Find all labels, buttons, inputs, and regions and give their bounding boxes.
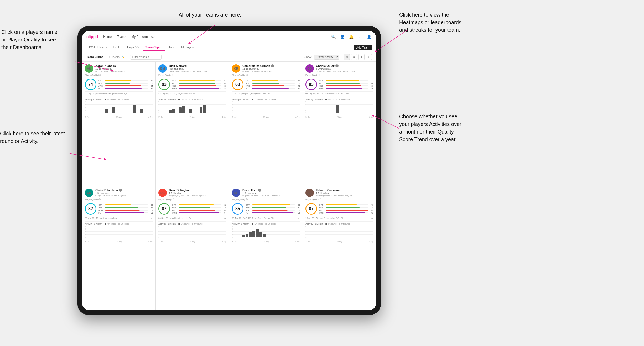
latest-round[interactable]: 26 Aug 23 | 84 (+12), Royal North Devon … xyxy=(232,216,300,220)
ott-stat: OTT 73 xyxy=(319,204,373,206)
filter-button[interactable]: ▼ xyxy=(358,54,365,60)
quality-circle[interactable]: 74 xyxy=(85,79,96,90)
quality-section[interactable]: 74 OTT 60 APP 58 ARG 84 PUT xyxy=(85,79,153,90)
latest-round[interactable]: 04 Sep 23 | Mobility with coach, Gym → xyxy=(158,216,226,220)
tab-hcaps[interactable]: Hcaps 1-5 xyxy=(123,44,142,51)
player-header: BM Blair McHarg Plus Handicap Royal Nort… xyxy=(158,64,226,73)
activity-title: Activity · 1 Month xyxy=(158,98,176,101)
quality-circle[interactable]: 83 xyxy=(305,79,317,90)
round-arrow-icon[interactable]: → xyxy=(297,92,300,95)
player-name[interactable]: Edward Crossman xyxy=(316,189,373,192)
profile-icon[interactable]: 👤 xyxy=(339,34,345,40)
activity-header: Activity · 1 Month On course Off course xyxy=(158,223,226,225)
player-card[interactable]: CR Chris Robertson✓ 1-5 Handicap Craigmi… xyxy=(82,186,155,310)
quality-section[interactable]: 93 OTT 84 APP 85 ARG 88 PUT xyxy=(158,79,226,90)
quality-circle[interactable]: 68 xyxy=(232,79,243,90)
player-name[interactable]: Blair McHarg xyxy=(169,64,226,67)
user-avatar-icon[interactable]: 👤 xyxy=(366,34,372,40)
chart-bars xyxy=(85,226,153,240)
putt-stat: PUTT 92 xyxy=(319,212,373,214)
tab-team-clippd[interactable]: Team Clippd xyxy=(143,44,165,51)
quality-section[interactable]: 87 OTT 82 APP 74 ARG 85 PUT xyxy=(158,203,226,215)
latest-round[interactable]: 26 Aug 23 | 73 (+1), Royal North Devon G… xyxy=(158,91,226,96)
round-arrow-icon[interactable]: → xyxy=(150,217,153,220)
latest-round[interactable]: 02 Sep 23 | Sunset round to get back int… xyxy=(85,91,153,96)
quality-label: Player Quality ⓘ xyxy=(85,74,153,77)
quality-section[interactable]: 85 OTT 89 APP 80 ARG 83 PUT xyxy=(232,203,300,215)
player-card[interactable]: DB Dave Billingham 1-5 Handicap Sog Magi… xyxy=(156,186,229,310)
quality-circle[interactable]: 93 xyxy=(158,79,170,90)
tab-tour[interactable]: Tour xyxy=(166,44,177,51)
latest-round[interactable]: 07 Aug 23 | 77 (+7), St George's Hill GC… xyxy=(305,91,373,96)
player-card[interactable]: BM Blair McHarg Plus Handicap Royal Nort… xyxy=(156,62,229,186)
quality-circle[interactable]: 85 xyxy=(232,203,243,215)
notifications-icon[interactable]: 🔔 xyxy=(348,34,354,40)
latest-round[interactable]: 02 Jul 23 | 59 (+17), Craigmillar Park G… xyxy=(232,91,300,96)
player-handicap: 6-10 Handicap xyxy=(316,67,373,70)
nav-teams[interactable]: Teams xyxy=(117,35,126,39)
tab-all-players[interactable]: All Players xyxy=(178,44,197,51)
nav-home[interactable]: Home xyxy=(103,35,112,39)
add-team-button[interactable]: Add Team xyxy=(354,45,372,50)
quality-circle[interactable]: 82 xyxy=(85,203,96,215)
chart-container: 54321 xyxy=(85,226,153,240)
quality-section[interactable]: 82 OTT 60 APP 77 ARG 81 PUT xyxy=(85,203,153,215)
off-course-dot xyxy=(192,223,193,225)
chart-x-labels: 31 Jul21 Aug4 Sep xyxy=(85,241,153,242)
sort-button[interactable]: ↕ xyxy=(366,54,372,60)
quality-section[interactable]: 83 OTT 77 APP 80 ARG 83 PUT xyxy=(305,79,373,90)
player-name[interactable]: Chris Robertson✓ xyxy=(95,189,153,192)
round-arrow-icon[interactable]: → xyxy=(224,92,226,95)
tab-pgat-players[interactable]: PGAT Players xyxy=(86,44,110,51)
off-course-legend: Off course xyxy=(268,223,276,225)
team-header: Team Clippd | 14 Players ✏️ Show: Player… xyxy=(82,52,376,62)
round-arrow-icon[interactable]: → xyxy=(224,217,226,220)
player-name[interactable]: Aaron Nicholls xyxy=(95,64,153,67)
on-course-dot xyxy=(178,99,180,100)
round-arrow-icon[interactable]: → xyxy=(371,92,373,95)
player-club: Craigmillar Park, United Kingdom xyxy=(95,194,153,197)
settings-icon[interactable]: ⊕ xyxy=(357,34,363,40)
show-select[interactable]: Player Activity xyxy=(314,55,339,60)
player-name[interactable]: Dave Billingham xyxy=(169,189,226,192)
player-handicap: 1-5 Handicap xyxy=(316,192,373,194)
table-view-button[interactable]: ≡ xyxy=(351,54,357,60)
activity-title: Activity · 1 Month xyxy=(85,98,102,101)
player-name[interactable]: Charlie Quick✓ xyxy=(316,64,373,67)
avatar: CR xyxy=(232,64,240,73)
ipad-frame: clippd Home Teams My Performance 🔍 👤 🔔 ⊕… xyxy=(77,26,381,315)
player-name[interactable]: Cameron Robertson✓ xyxy=(242,64,300,67)
tab-pga[interactable]: PGA xyxy=(111,44,122,51)
round-arrow-icon[interactable]: → xyxy=(150,92,153,95)
on-course-legend: On course xyxy=(328,99,336,100)
player-card[interactable]: CR Cameron Robertson✓ 11-15 Handicap Roy… xyxy=(229,62,303,186)
round-arrow-icon[interactable]: → xyxy=(371,217,373,220)
quality-stats: OTT 60 APP 77 ARG 81 PUTT 91 xyxy=(98,204,153,214)
nav-icons: 🔍 👤 🔔 ⊕ 👤 xyxy=(330,34,372,40)
player-search-input[interactable] xyxy=(130,55,162,60)
player-header: CR Cameron Robertson✓ 11-15 Handicap Roy… xyxy=(232,64,300,73)
player-card[interactable]: DF David Ford✓ 1-5 Handicap Royal North … xyxy=(229,186,303,310)
on-course-legend: On course xyxy=(328,223,336,225)
latest-round[interactable]: 05 Mar 23 | 19, Must make putting → xyxy=(85,216,153,220)
grid-view-button[interactable]: ⊞ xyxy=(344,54,350,60)
quality-circle[interactable]: 87 xyxy=(158,203,170,215)
nav-performance[interactable]: My Performance xyxy=(132,35,155,39)
ott-stat: OTT 61 xyxy=(246,79,300,82)
player-card[interactable]: CQ Charlie Quick✓ 6-10 Handicap St. Geor… xyxy=(303,62,376,186)
quality-label: Player Quality ⓘ xyxy=(85,198,153,201)
player-name[interactable]: David Ford✓ xyxy=(242,189,300,192)
quality-section[interactable]: 87 OTT 73 APP 79 ARG 103 PU xyxy=(305,203,373,215)
players-grid: AN Aaron Nicholls 11-15 Handicap Drift G… xyxy=(82,62,376,310)
player-card[interactable]: AN Aaron Nicholls 11-15 Handicap Drift G… xyxy=(82,62,155,186)
latest-round[interactable]: 19 Jul 23 | 74 (+4), Sunningdale GC - Ol… xyxy=(305,216,373,220)
edit-team-icon[interactable]: ✏️ xyxy=(122,56,125,58)
player-info: Edward Crossman 1-5 Handicap Sunningdale… xyxy=(316,189,373,197)
on-course-legend: On course xyxy=(255,99,263,100)
quality-section[interactable]: 68 OTT 61 APP 63 ARG 75 PUT xyxy=(232,79,300,90)
player-card[interactable]: EC Edward Crossman 1-5 Handicap Sunningd… xyxy=(303,186,376,310)
navbar: clippd Home Teams My Performance 🔍 👤 🔔 ⊕… xyxy=(82,31,376,42)
quality-circle[interactable]: 87 xyxy=(305,203,317,215)
search-icon[interactable]: 🔍 xyxy=(330,34,336,40)
round-arrow-icon[interactable]: → xyxy=(297,217,300,220)
